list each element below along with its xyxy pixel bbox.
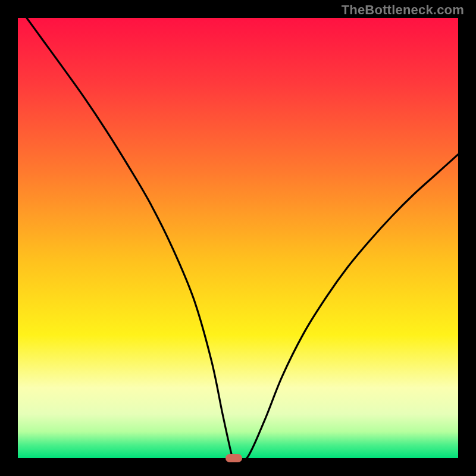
- chart-canvas: [18, 18, 458, 458]
- nadir-marker: [226, 454, 242, 462]
- watermark-text: TheBottleneck.com: [342, 2, 464, 18]
- chart-frame: TheBottleneck.com: [0, 0, 476, 476]
- gradient-background: [18, 18, 458, 458]
